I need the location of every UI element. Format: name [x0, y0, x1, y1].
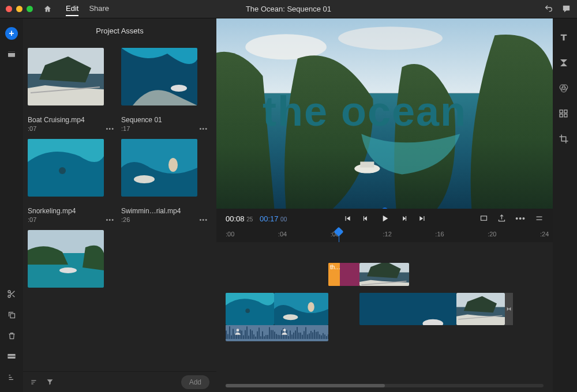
color-icon[interactable]	[559, 83, 571, 96]
duplicate-icon[interactable]	[5, 308, 18, 322]
time-ruler[interactable]: :00:04:08:12:16:20:24	[216, 228, 553, 242]
clip-end-marker[interactable]	[505, 293, 513, 325]
video-clip[interactable]	[226, 293, 274, 325]
assets-footer: Add	[23, 371, 216, 392]
maximize-window[interactable]	[27, 6, 33, 12]
goto-start-icon[interactable]	[343, 214, 351, 223]
svg-point-3	[8, 295, 10, 297]
transitions-icon[interactable]	[559, 58, 571, 70]
svg-rect-69	[272, 330, 273, 339]
svg-rect-80	[291, 334, 293, 339]
main-menu: Edit Share	[66, 2, 109, 16]
asset-thumbnail[interactable]	[121, 139, 197, 197]
svg-rect-6	[8, 356, 15, 356]
home-icon[interactable]	[43, 5, 52, 13]
asset-more-icon[interactable]: •••	[106, 216, 114, 223]
more-icon[interactable]: •••	[515, 214, 526, 223]
asset-thumbnail[interactable]	[28, 230, 104, 288]
step-forward-icon[interactable]	[400, 214, 408, 223]
asset-thumbnail[interactable]	[28, 139, 104, 197]
svg-rect-100	[326, 336, 327, 339]
asset-duration: :07	[28, 216, 36, 223]
svg-rect-93	[314, 330, 315, 339]
goto-end-icon[interactable]	[418, 214, 426, 223]
trash-icon[interactable]	[5, 329, 18, 342]
title-overlay: the ocean	[263, 88, 467, 135]
timeline[interactable]: th…	[216, 242, 553, 392]
video-clip[interactable]	[456, 293, 505, 325]
svg-rect-90	[309, 333, 310, 339]
asset-more-icon[interactable]: •••	[106, 125, 114, 132]
svg-rect-27	[405, 216, 406, 221]
svg-rect-86	[302, 335, 303, 339]
panel-icon[interactable]	[5, 47, 18, 61]
asset-item[interactable]: Sequence 01 :17 •••	[121, 48, 208, 132]
asset-item[interactable]: Snorkeling.mp4 :07 •••	[28, 139, 114, 223]
svg-rect-59	[255, 337, 256, 339]
export-icon[interactable]	[497, 214, 506, 223]
asset-thumbnail[interactable]	[121, 48, 197, 105]
menu-lines-icon[interactable]	[535, 214, 544, 223]
svg-rect-68	[271, 330, 272, 339]
svg-point-33	[245, 308, 250, 313]
comment-icon[interactable]	[561, 4, 571, 14]
list-icon[interactable]	[5, 370, 18, 384]
svg-rect-52	[243, 336, 244, 339]
overlay-clip[interactable]	[359, 263, 409, 286]
adjust-icon[interactable]	[559, 108, 571, 121]
svg-rect-60	[257, 331, 258, 339]
scissors-icon[interactable]	[5, 287, 18, 301]
video-clip[interactable]	[359, 293, 456, 325]
svg-rect-101	[328, 334, 328, 339]
panel-toggle-icon[interactable]	[5, 349, 18, 363]
svg-rect-81	[293, 333, 294, 339]
asset-item[interactable]: Boat Cruising.mp4 :07 •••	[28, 48, 114, 132]
crop-tool-icon[interactable]	[559, 134, 571, 146]
close-window[interactable]	[6, 6, 12, 12]
filter-icon[interactable]	[46, 378, 54, 386]
svg-rect-56	[250, 329, 251, 339]
svg-point-22	[338, 27, 443, 50]
document-title: The Ocean: Sequence 01	[246, 5, 331, 13]
step-back-icon[interactable]	[362, 214, 370, 223]
asset-more-icon[interactable]: •••	[199, 125, 208, 132]
audio-clip[interactable]	[226, 325, 328, 341]
ruler-tick: :20	[488, 231, 496, 238]
svg-rect-71	[276, 334, 277, 339]
svg-point-16	[168, 158, 178, 172]
play-icon[interactable]	[380, 214, 389, 223]
svg-rect-109	[560, 114, 563, 117]
asset-more-icon[interactable]: •••	[199, 216, 208, 223]
fullscreen-icon[interactable]	[479, 214, 488, 223]
menu-edit[interactable]: Edit	[66, 2, 78, 16]
asset-thumbnail[interactable]	[28, 48, 104, 105]
sort-icon[interactable]	[30, 378, 38, 386]
add-media-button[interactable]: +	[5, 27, 18, 40]
ruler-tick: :24	[540, 231, 549, 238]
preview-monitor[interactable]: the ocean	[216, 18, 553, 209]
asset-duration: :17	[121, 125, 130, 132]
svg-rect-97	[321, 336, 322, 339]
asset-item[interactable]: Swimmin…rial.mp4 :26 •••	[121, 139, 208, 223]
svg-rect-62	[260, 336, 261, 339]
undo-icon[interactable]	[544, 4, 553, 14]
svg-rect-54	[246, 326, 248, 339]
svg-rect-57	[252, 330, 253, 339]
add-button[interactable]: Add	[181, 375, 209, 389]
asset-name: Boat Cruising.mp4	[28, 116, 114, 124]
timeline-scrollbar[interactable]	[226, 384, 544, 387]
title-clip[interactable]: th…	[328, 263, 359, 286]
svg-rect-25	[360, 161, 374, 167]
center-area: the ocean 00:08 25 00:17 00 ••• :0	[216, 18, 553, 392]
text-tool-icon[interactable]	[559, 32, 571, 45]
video-clip[interactable]	[274, 293, 328, 325]
svg-point-102	[237, 329, 239, 331]
svg-rect-42	[226, 330, 227, 339]
svg-rect-1	[8, 51, 15, 53]
svg-rect-95	[317, 331, 319, 339]
svg-rect-78	[288, 336, 289, 339]
asset-item[interactable]	[28, 230, 114, 288]
minimize-window[interactable]	[16, 6, 23, 12]
menu-share[interactable]: Share	[89, 2, 109, 16]
svg-point-36	[308, 302, 314, 312]
